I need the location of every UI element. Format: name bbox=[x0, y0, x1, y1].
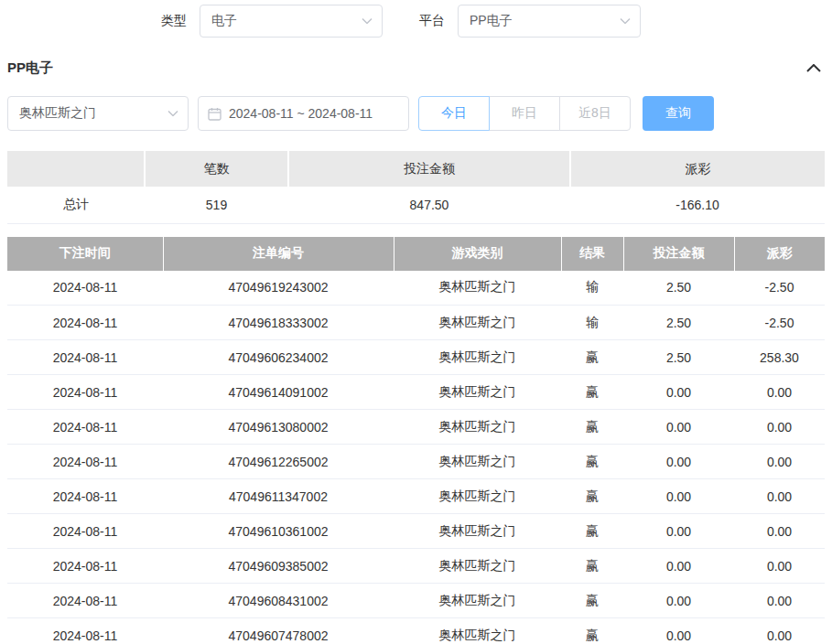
section-header: PP电子 bbox=[7, 58, 825, 78]
result-cell: 赢 bbox=[561, 549, 623, 584]
game-select-value: 奥林匹斯之门 bbox=[19, 105, 96, 122]
game-type-cell: 奥林匹斯之门 bbox=[394, 271, 561, 306]
platform-select[interactable]: PP电子 bbox=[458, 5, 641, 38]
game-type-cell: 奥林匹斯之门 bbox=[394, 410, 561, 445]
type-select[interactable]: 电子 bbox=[200, 5, 383, 38]
summary-header-count: 笔数 bbox=[145, 151, 288, 187]
game-type-cell: 奥林匹斯之门 bbox=[394, 479, 561, 514]
table-row: 2024-08-11 47049612265002 奥林匹斯之门 赢 0.00 … bbox=[7, 445, 825, 479]
summary-header-row: 笔数 投注金额 派彩 bbox=[7, 151, 825, 187]
table-row: 2024-08-11 47049614091002 奥林匹斯之门 赢 0.00 … bbox=[7, 375, 825, 410]
chevron-down-icon bbox=[620, 18, 631, 25]
bet-table-body: 2024-08-11 47049619243002 奥林匹斯之门 输 2.50 … bbox=[7, 271, 825, 644]
bet-amount-cell: 0.00 bbox=[623, 514, 734, 549]
calendar-icon bbox=[208, 107, 222, 121]
table-row: 2024-08-11 47049618333002 奥林匹斯之门 输 2.50 … bbox=[7, 306, 825, 340]
bet-number-cell: 47049608431002 bbox=[163, 584, 394, 618]
result-cell: 输 bbox=[561, 306, 623, 340]
summary-header-bet-amount: 投注金额 bbox=[288, 151, 570, 187]
bet-number-cell: 47049614091002 bbox=[163, 375, 394, 410]
bet-time-cell: 2024-08-11 bbox=[7, 549, 163, 584]
result-cell: 赢 bbox=[561, 479, 623, 514]
game-type-cell: 奥林匹斯之门 bbox=[394, 306, 561, 340]
bet-number-cell: 47049610361002 bbox=[163, 514, 394, 549]
bet-table-header-row: 下注时间 注单编号 游戏类别 结果 投注金额 派彩 bbox=[7, 237, 825, 271]
result-cell: 赢 bbox=[561, 410, 623, 445]
payout-cell: 0.00 bbox=[734, 618, 825, 644]
game-type-cell: 奥林匹斯之门 bbox=[394, 375, 561, 410]
game-select[interactable]: 奥林匹斯之门 bbox=[7, 96, 189, 131]
payout-cell: 258.30 bbox=[734, 340, 825, 375]
header-bet-amount: 投注金额 bbox=[623, 237, 734, 271]
payout-cell: 0.00 bbox=[734, 514, 825, 549]
bet-amount-cell: 0.00 bbox=[623, 618, 734, 644]
game-type-cell: 奥林匹斯之门 bbox=[394, 618, 561, 644]
bet-time-cell: 2024-08-11 bbox=[7, 375, 163, 410]
search-button[interactable]: 查询 bbox=[643, 96, 714, 131]
header-payout: 派彩 bbox=[734, 237, 825, 271]
bet-time-cell: 2024-08-11 bbox=[7, 618, 163, 644]
quick-filter-yesterday[interactable]: 昨日 bbox=[489, 96, 560, 131]
top-filter-bar: 类型 电子 平台 PP电子 bbox=[161, 0, 825, 38]
bet-amount-cell: 0.00 bbox=[623, 410, 734, 445]
bet-time-cell: 2024-08-11 bbox=[7, 410, 163, 445]
bet-time-cell: 2024-08-11 bbox=[7, 306, 163, 340]
table-row: 2024-08-11 47049606234002 奥林匹斯之门 赢 2.50 … bbox=[7, 340, 825, 375]
date-range-value: 2024-08-11 ~ 2024-08-11 bbox=[229, 106, 373, 121]
quick-filter-last8days[interactable]: 近8日 bbox=[559, 96, 631, 131]
summary-count-value: 519 bbox=[145, 187, 288, 223]
table-row: 2024-08-11 47049607478002 奥林匹斯之门 赢 0.00 … bbox=[7, 618, 825, 644]
chevron-up-icon bbox=[806, 61, 821, 75]
table-row: 2024-08-11 47049613080002 奥林匹斯之门 赢 0.00 … bbox=[7, 410, 825, 445]
summary-header-payout: 派彩 bbox=[570, 151, 825, 187]
bet-number-cell: 47049606234002 bbox=[163, 340, 394, 375]
summary-total-row: 总计 519 847.50 -166.10 bbox=[7, 187, 825, 223]
header-game-type: 游戏类别 bbox=[394, 237, 561, 271]
payout-cell: 0.00 bbox=[734, 479, 825, 514]
bet-amount-cell: 2.50 bbox=[623, 306, 734, 340]
bet-number-cell: 47049618333002 bbox=[163, 306, 394, 340]
quick-filter-today[interactable]: 今日 bbox=[418, 96, 490, 131]
header-bet-time: 下注时间 bbox=[7, 237, 163, 271]
page: 类型 电子 平台 PP电子 PP电子 奥林匹斯之门 bbox=[0, 0, 832, 644]
payout-cell: 0.00 bbox=[734, 549, 825, 584]
bet-amount-cell: 0.00 bbox=[623, 445, 734, 479]
game-type-cell: 奥林匹斯之门 bbox=[394, 584, 561, 618]
payout-cell: 0.00 bbox=[734, 445, 825, 479]
header-bet-number: 注单编号 bbox=[163, 237, 394, 271]
summary-payout-value: -166.10 bbox=[570, 187, 825, 223]
bet-amount-cell: 0.00 bbox=[623, 584, 734, 618]
type-select-value: 电子 bbox=[211, 13, 237, 29]
bet-number-cell: 47049619243002 bbox=[163, 271, 394, 306]
game-type-cell: 奥林匹斯之门 bbox=[394, 445, 561, 479]
table-row: 2024-08-11 47049619243002 奥林匹斯之门 输 2.50 … bbox=[7, 271, 825, 306]
bet-amount-cell: 2.50 bbox=[623, 271, 734, 306]
game-type-cell: 奥林匹斯之门 bbox=[394, 549, 561, 584]
bet-amount-cell: 0.00 bbox=[623, 549, 734, 584]
query-bar: 奥林匹斯之门 2024-08-11 ~ 2024-08-11 今日 昨日 近8日… bbox=[7, 96, 825, 131]
bet-number-cell: 47049611347002 bbox=[163, 479, 394, 514]
table-row: 2024-08-11 47049609385002 奥林匹斯之门 赢 0.00 … bbox=[7, 549, 825, 584]
summary-header-empty bbox=[7, 151, 145, 187]
section-collapse-button[interactable] bbox=[803, 62, 825, 74]
summary-table: 笔数 投注金额 派彩 总计 519 847.50 -166.10 bbox=[7, 151, 825, 224]
bet-table: 下注时间 注单编号 游戏类别 结果 投注金额 派彩 2024-08-11 470… bbox=[7, 237, 825, 644]
platform-select-value: PP电子 bbox=[470, 13, 513, 29]
bet-time-cell: 2024-08-11 bbox=[7, 445, 163, 479]
payout-cell: 0.00 bbox=[734, 584, 825, 618]
payout-cell: -2.50 bbox=[734, 271, 825, 306]
bet-number-cell: 47049609385002 bbox=[163, 549, 394, 584]
bet-amount-cell: 0.00 bbox=[623, 479, 734, 514]
game-type-cell: 奥林匹斯之门 bbox=[394, 514, 561, 549]
result-cell: 赢 bbox=[561, 618, 623, 644]
table-row: 2024-08-11 47049608431002 奥林匹斯之门 赢 0.00 … bbox=[7, 584, 825, 618]
date-range-picker[interactable]: 2024-08-11 ~ 2024-08-11 bbox=[198, 96, 409, 131]
payout-cell: 0.00 bbox=[734, 410, 825, 445]
bet-number-cell: 47049607478002 bbox=[163, 618, 394, 644]
quick-filter-group: 今日 昨日 近8日 bbox=[418, 96, 631, 131]
result-cell: 赢 bbox=[561, 445, 623, 479]
bet-amount-cell: 0.00 bbox=[623, 375, 734, 410]
table-row: 2024-08-11 47049611347002 奥林匹斯之门 赢 0.00 … bbox=[7, 479, 825, 514]
result-cell: 赢 bbox=[561, 375, 623, 410]
bet-number-cell: 47049612265002 bbox=[163, 445, 394, 479]
